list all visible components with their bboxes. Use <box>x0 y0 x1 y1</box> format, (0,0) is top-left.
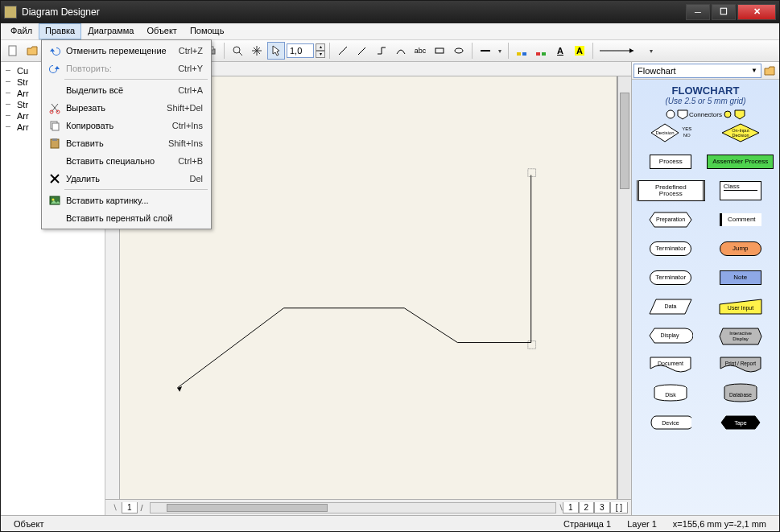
shape-note[interactable]: Note <box>707 265 775 291</box>
shape-userinput[interactable]: User Input <box>707 294 775 320</box>
shape-preparation[interactable]: Preparation <box>637 207 705 233</box>
menu-edit[interactable]: Правка <box>39 23 81 39</box>
menu-item-11[interactable]: Вставить перенятый слой <box>43 209 209 227</box>
zoom-field[interactable]: 1,0 <box>287 43 314 58</box>
connector-tool[interactable] <box>373 42 390 60</box>
menu-item-7[interactable]: Вставить специальноCtrl+B <box>43 152 209 170</box>
shape-decision[interactable]: Decision YESNO <box>637 120 705 146</box>
shape-print[interactable]: Print / Report <box>707 352 775 377</box>
menu-item-0[interactable]: Отменить перемещениеCtrl+Z <box>43 42 209 60</box>
curve-tool[interactable] <box>392 42 410 60</box>
menu-item-8[interactable]: УдалитьDel <box>43 170 209 188</box>
pointer-tool[interactable] <box>267 42 285 60</box>
shape-tape[interactable]: Tape <box>707 410 775 435</box>
svg-text:Preparation: Preparation <box>656 217 685 223</box>
pan-tool[interactable] <box>248 42 266 60</box>
shape-interactive[interactable]: InteractiveDisplay <box>707 323 775 348</box>
palette-body[interactable]: FLOWCHART (Use 2.5 or 5 mm grid) Connect… <box>632 80 779 515</box>
edit-menu-dropdown: Отменить перемещениеCtrl+ZПовторить:Ctrl… <box>41 39 212 229</box>
menu-item-6[interactable]: ВставитьShift+Ins <box>43 134 209 152</box>
connector-circle-small-icon[interactable] <box>722 109 733 120</box>
zoom-value: 1,0 <box>290 46 302 56</box>
page-tab-add[interactable]: [ ] <box>610 502 628 513</box>
menu-item-label: Отменить перемещение <box>63 46 179 56</box>
menu-item-4[interactable]: ВырезатьShift+Del <box>43 99 209 117</box>
svg-point-16 <box>455 48 463 53</box>
status-mode: Объект <box>6 519 52 529</box>
line-tool[interactable] <box>334 42 352 60</box>
vertical-scrollbar[interactable] <box>617 76 631 499</box>
text-tool[interactable]: abc <box>411 42 429 60</box>
shape-device[interactable]: Device <box>637 410 705 435</box>
maximize-button[interactable]: ☐ <box>712 4 736 20</box>
zoom-spinner[interactable]: ▴▾ <box>316 43 325 58</box>
menu-object[interactable]: Объект <box>140 23 183 39</box>
menu-item-3[interactable]: Выделить всёCtrl+A <box>43 81 209 99</box>
shape-assembler[interactable]: Assembler Process <box>707 149 775 175</box>
svg-text:Data: Data <box>665 303 677 309</box>
title-bar: Diagram Designer ─ ☐ ✕ <box>1 1 779 23</box>
menu-bar: Файл Правка Диаграмма Объект Помощь <box>1 23 779 40</box>
shape-terminator1[interactable]: Terminator <box>637 236 705 262</box>
svg-text:Decision: Decision <box>656 130 675 135</box>
connector-circle-icon[interactable] <box>665 109 676 120</box>
shape-document[interactable]: Document <box>637 352 705 377</box>
shape-oninput-decision[interactable]: On-InputDecision <box>707 120 775 146</box>
horizontal-scrollbar[interactable] <box>150 502 556 513</box>
shape-data[interactable]: Data <box>637 294 705 320</box>
svg-rect-21 <box>542 52 546 56</box>
text-color-button[interactable]: A <box>551 42 569 60</box>
page-tab-3[interactable]: 3 <box>594 502 610 513</box>
close-button[interactable]: ✕ <box>737 4 776 20</box>
menu-item-label: Вставить картинку... <box>63 196 203 205</box>
palette-combo[interactable]: Flowchart ▼ <box>633 64 761 78</box>
shape-database[interactable]: Database <box>707 381 775 406</box>
menu-item-label: Вставить <box>63 138 168 148</box>
shape-predefined[interactable]: Predefined Process <box>637 178 705 204</box>
svg-text:Device: Device <box>662 420 680 426</box>
svg-text:Database: Database <box>729 392 752 398</box>
menu-item-shortcut: Ctrl+A <box>178 85 206 95</box>
new-button[interactable] <box>4 42 22 60</box>
ellipse-tool[interactable] <box>450 42 468 60</box>
shape-terminator2[interactable]: Terminator <box>637 265 705 291</box>
shape-jump[interactable]: Jump <box>707 236 775 262</box>
fill-color-button[interactable] <box>513 42 530 60</box>
menu-item-5[interactable]: КопироватьCtrl+Ins <box>43 117 209 134</box>
menu-item-shortcut: Del <box>189 174 206 184</box>
zoom-tool[interactable] <box>229 42 246 60</box>
page-tab-1[interactable]: 1 <box>122 502 138 513</box>
minimize-button[interactable]: ─ <box>686 4 710 20</box>
menu-diagram[interactable]: Диаграмма <box>81 23 140 39</box>
page-tab-2[interactable]: 2 <box>579 502 595 513</box>
shape-class[interactable]: Class <box>707 178 775 204</box>
shape-process[interactable]: Process <box>637 149 705 175</box>
svg-text:Display: Display <box>733 336 749 341</box>
arrow-style-dropdown[interactable]: ▾ <box>647 47 655 55</box>
svg-rect-55 <box>52 138 57 141</box>
svg-text:User Input: User Input <box>728 305 753 311</box>
connector-offpage-small-icon[interactable] <box>733 109 746 120</box>
shape-disk[interactable]: Disk <box>637 381 705 406</box>
highlight-button[interactable]: A <box>571 42 588 60</box>
shape-display[interactable]: Display <box>637 323 705 348</box>
menu-help[interactable]: Помощь <box>184 23 231 39</box>
menu-separator <box>64 79 208 80</box>
palette-subtitle: (Use 2.5 or 5 mm grid) <box>665 97 745 105</box>
connector-offpage-icon[interactable] <box>676 109 689 120</box>
svg-rect-0 <box>9 46 16 56</box>
menu-item-10[interactable]: Вставить картинку... <box>43 192 209 209</box>
rect-tool[interactable] <box>431 42 448 60</box>
shape-comment[interactable]: Comment <box>707 207 775 233</box>
palette-open-button[interactable] <box>761 62 778 80</box>
arrow-style-button[interactable] <box>597 42 646 60</box>
menu-file[interactable]: Файл <box>4 23 39 39</box>
page-tab-1b[interactable]: 1 <box>563 502 579 513</box>
line-style-button[interactable] <box>477 42 494 60</box>
svg-rect-19 <box>522 52 526 56</box>
open-button[interactable] <box>23 42 41 60</box>
status-page: Страница 1 <box>555 519 619 529</box>
arrow-tool[interactable] <box>353 42 371 60</box>
line-color-button[interactable] <box>532 42 550 60</box>
line-style-dropdown[interactable]: ▾ <box>496 47 504 55</box>
